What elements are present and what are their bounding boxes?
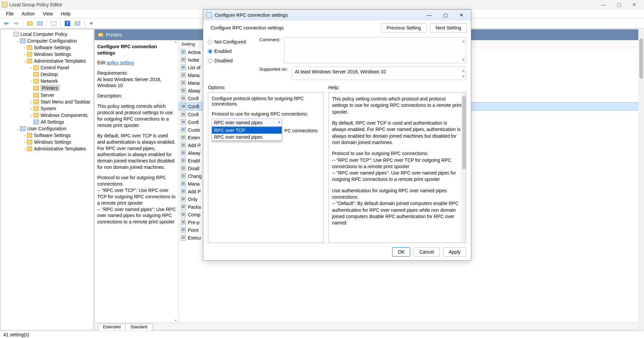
pane-icon: [37, 21, 43, 25]
close-button[interactable]: ✕: [627, 0, 642, 9]
setting-icon: [181, 72, 186, 78]
view-tabs: Extended Standard: [95, 323, 643, 330]
chevron-down-icon: ▾: [278, 120, 280, 124]
cancel-button[interactable]: Cancel: [414, 247, 440, 257]
menu-view[interactable]: View: [39, 10, 57, 18]
apply-button[interactable]: Apply: [443, 247, 466, 257]
tree-item[interactable]: ›Windows Components: [28, 112, 93, 119]
up-button[interactable]: [26, 19, 34, 27]
tree-item[interactable]: ›System: [28, 105, 93, 112]
maximize-button[interactable]: ▢: [611, 0, 627, 9]
setting-icon: [181, 135, 186, 140]
status-bar: 41 setting(s): [0, 331, 644, 338]
dropdown-option[interactable]: RPC over TCP: [212, 127, 282, 134]
tree-item[interactable]: ›Software Settings: [21, 44, 93, 51]
dialog-maximize-button[interactable]: ▢: [439, 10, 452, 20]
export-button[interactable]: [50, 19, 58, 27]
help-label: Help:: [328, 83, 466, 92]
tree-item[interactable]: ›Start Menu and Taskbar: [28, 98, 93, 105]
separator: [23, 20, 23, 27]
config-icon: [20, 126, 25, 131]
supported-label: Supported on:: [259, 67, 288, 72]
back-button[interactable]: ⇦: [2, 19, 10, 27]
menu-file[interactable]: File: [2, 10, 18, 18]
menu-action[interactable]: Action: [18, 10, 39, 18]
tree-computer-config[interactable]: ⌄Computer Configuration: [15, 38, 93, 44]
setting-icon: [181, 104, 186, 109]
separator: [60, 20, 61, 27]
show-hide-button[interactable]: [36, 19, 44, 27]
comment-label: Comment:: [259, 37, 280, 42]
tree-item[interactable]: All Settings: [28, 119, 93, 125]
folder-icon: [34, 106, 39, 111]
global-scrollbar[interactable]: [638, 28, 644, 331]
dialog-icon: [206, 12, 212, 18]
tree-item[interactable]: ›Windows Settings: [21, 51, 93, 58]
setting-icon: [181, 142, 186, 148]
tree-item[interactable]: Server: [28, 92, 93, 98]
tree-item[interactable]: ›Software Settings: [21, 132, 93, 139]
tree-item[interactable]: ›Network: [28, 78, 93, 84]
tab-standard[interactable]: Standard: [125, 324, 153, 330]
radio-not-configured[interactable]: Not Configured: [208, 37, 246, 47]
help-text[interactable]: This policy setting controls which proto…: [328, 92, 466, 243]
details-scrollbar[interactable]: ⌃⌄: [173, 40, 178, 323]
radio-enabled[interactable]: Enabled: [208, 47, 246, 56]
menu-help[interactable]: Help: [57, 10, 75, 18]
folder-icon: [27, 133, 32, 138]
setting-title: Configure RPC connection settings: [97, 44, 176, 56]
dialog-close-button[interactable]: ✕: [455, 10, 468, 20]
chevron-down-icon: ⌄: [174, 316, 178, 323]
dialog-heading: Configure RPC connection settings: [211, 25, 284, 30]
help-scrollbar[interactable]: [461, 92, 466, 243]
setting-icon: [181, 219, 186, 225]
tree-item[interactable]: Printers: [28, 84, 93, 92]
scroll-thumb[interactable]: [639, 39, 643, 79]
tree-admin-templates[interactable]: ⌄Administrative Templates: [21, 58, 93, 64]
tree-root[interactable]: Local Computer Policy: [8, 31, 93, 38]
dialog-footer: OK Cancel Apply: [203, 243, 471, 260]
window-title: Local Group Policy Editor: [9, 2, 596, 7]
setting-icon: [181, 49, 186, 55]
folder-icon: [34, 79, 39, 83]
dialog-titlebar[interactable]: Configure RPC connection settings — ▢ ✕: [203, 10, 471, 20]
tree-item[interactable]: ›Windows Settings: [21, 139, 93, 145]
forward-button[interactable]: ⇨: [12, 19, 20, 27]
filter-button[interactable]: ▼: [87, 19, 95, 27]
policy-dialog: Configure RPC connection settings — ▢ ✕ …: [203, 9, 471, 261]
scroll-thumb[interactable]: [462, 96, 466, 170]
config-icon: [20, 39, 25, 43]
setting-icon: [181, 127, 186, 133]
tree-user-config[interactable]: ⌄User Configuration: [15, 125, 93, 132]
chevron-up-icon: ▲: [461, 68, 465, 73]
protocol-select[interactable]: RPC over named pipes ▾: [212, 119, 282, 127]
radio-disabled[interactable]: Disabled: [208, 56, 246, 65]
folder-icon: [27, 146, 32, 151]
minimize-button[interactable]: —: [596, 0, 611, 9]
ok-button[interactable]: OK: [392, 247, 410, 257]
next-setting-button[interactable]: Next Setting: [430, 23, 467, 32]
separator: [84, 20, 85, 27]
filter-icon: ▼: [89, 20, 94, 26]
folder-icon: [34, 99, 39, 104]
setting-icon: [181, 150, 186, 156]
setting-icon: [181, 80, 186, 86]
arrow-right-icon: ⇨: [14, 20, 18, 26]
folder-icon: [34, 86, 39, 90]
folder-icon: [27, 52, 32, 57]
tree-pane[interactable]: Local Computer Policy ⌄Computer Configur…: [0, 29, 94, 330]
dialog-minimize-button[interactable]: —: [423, 10, 436, 20]
folder-icon: [34, 120, 39, 124]
folder-icon: [27, 45, 32, 50]
comment-textarea[interactable]: ▲▼: [284, 37, 466, 63]
previous-setting-button[interactable]: Previous Setting: [381, 23, 427, 32]
edit-policy-link[interactable]: policy setting: [107, 60, 134, 65]
help-button[interactable]: ?: [63, 19, 71, 27]
tab-extended[interactable]: Extended: [98, 324, 126, 330]
properties-button[interactable]: [73, 19, 82, 27]
supported-box: At least Windows Server 2016, Windows 10…: [292, 67, 466, 80]
dropdown-option[interactable]: RPC over named pipes: [212, 134, 282, 140]
tree-item[interactable]: Desktop: [28, 71, 93, 78]
tree-item[interactable]: ›Administrative Templates: [21, 145, 93, 152]
tree-item[interactable]: ›Control Panel: [28, 64, 93, 71]
